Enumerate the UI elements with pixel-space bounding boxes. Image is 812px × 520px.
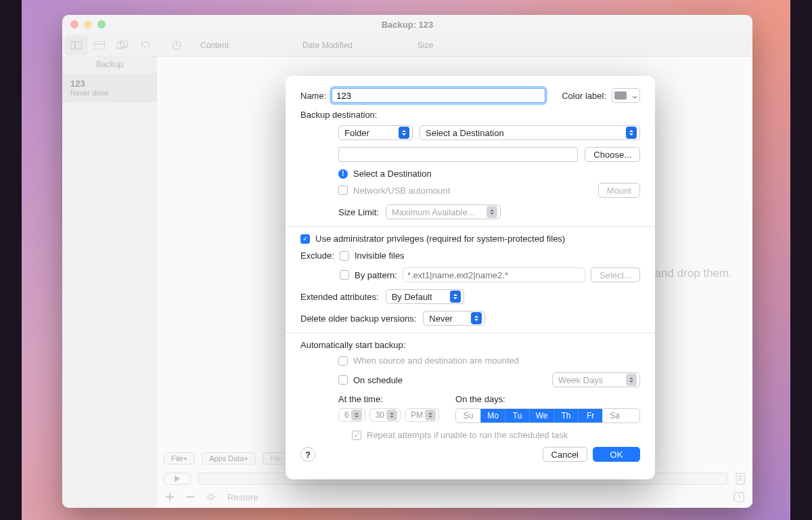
day-we[interactable]: We	[529, 409, 554, 422]
ext-attr-label: Extended attributes:	[300, 292, 379, 302]
dest-type-select[interactable]: Folder	[338, 125, 413, 140]
size-limit-select[interactable]: Maximum Available...	[386, 204, 501, 219]
chevron-updown-icon	[450, 290, 461, 303]
dest-type-value: Folder	[344, 128, 369, 138]
when-mounted-checkbox[interactable]	[338, 356, 348, 366]
chevron-updown-icon	[626, 374, 637, 386]
size-limit-label: Size Limit:	[338, 207, 379, 217]
choose-button[interactable]: Choose...	[585, 147, 640, 162]
at-time-label: At the time:	[338, 394, 439, 404]
edit-backup-dialog: Name: Color label: Backup destination: F…	[286, 76, 655, 479]
dest-warning-label: Select a Destination	[353, 169, 432, 179]
color-label-select[interactable]	[612, 88, 640, 103]
admin-priv-label: Use administrator privileges (required f…	[315, 234, 565, 244]
day-mo[interactable]: Mo	[480, 409, 505, 422]
time-min-stepper[interactable]: 30	[369, 408, 401, 422]
time-hour-stepper[interactable]: 6	[338, 408, 365, 422]
auto-section-label: Automatically start backup:	[300, 340, 640, 350]
dest-section-label: Backup destination:	[300, 110, 640, 120]
exclude-label: Exclude:	[300, 251, 334, 261]
delete-older-value: Never	[429, 313, 453, 324]
delete-older-select[interactable]: Never	[423, 311, 485, 326]
name-input[interactable]	[332, 88, 545, 103]
repeat-label: Repeat attempts if unable to run the sch…	[367, 430, 568, 440]
on-schedule-checkbox[interactable]	[338, 375, 348, 385]
mount-button[interactable]: Mount	[598, 183, 640, 198]
ok-button[interactable]: OK	[593, 447, 640, 462]
pattern-select-button[interactable]: Select...	[591, 267, 640, 282]
pattern-input[interactable]	[403, 267, 585, 282]
color-swatch-icon	[614, 91, 627, 100]
exclude-invisible-checkbox[interactable]	[340, 251, 349, 261]
on-days-label: On the days:	[455, 394, 640, 404]
day-th[interactable]: Th	[554, 409, 578, 422]
on-schedule-label: On schedule	[353, 375, 403, 385]
dest-select-value: Select a Destination	[426, 128, 504, 138]
size-limit-value: Maximum Available...	[392, 207, 475, 217]
chevron-updown-icon	[487, 206, 497, 218]
cancel-button[interactable]: Cancel	[543, 447, 587, 462]
schedule-mode-value: Week Days	[558, 375, 603, 385]
help-button[interactable]: ?	[300, 447, 315, 462]
color-label-label: Color label:	[562, 91, 606, 101]
chevron-updown-icon	[471, 312, 482, 324]
info-icon: !	[338, 169, 348, 179]
automount-checkbox[interactable]	[338, 186, 348, 195]
schedule-mode-select[interactable]: Week Days	[552, 372, 640, 387]
day-tu[interactable]: Tu	[505, 409, 529, 422]
by-pattern-label: By pattern:	[355, 270, 397, 280]
delete-older-label: Delete older backup versions:	[300, 313, 416, 324]
chevron-updown-icon	[399, 127, 409, 139]
time-ampm-stepper[interactable]: PM	[405, 408, 439, 422]
name-label: Name:	[300, 91, 326, 101]
dest-select[interactable]: Select a Destination	[420, 125, 640, 140]
exclude-pattern-checkbox[interactable]	[340, 270, 349, 280]
automount-label: Network/USB automount	[353, 186, 450, 196]
day-sa[interactable]: Sa	[602, 409, 627, 422]
admin-priv-checkbox[interactable]: ✓	[300, 234, 310, 244]
chevron-updown-icon	[626, 127, 637, 139]
day-su[interactable]: Su	[456, 409, 480, 422]
day-fr[interactable]: Fr	[578, 409, 602, 422]
ext-attr-select[interactable]: By Default	[386, 289, 464, 304]
when-mounted-label: When source and destination are mounted	[353, 355, 519, 366]
day-picker[interactable]: SuMoTuWeThFrSa	[455, 408, 640, 423]
dest-path-input[interactable]	[338, 147, 578, 162]
app-window: Backup: 123 Content Date Modified Size	[62, 15, 752, 508]
ext-attr-value: By Default	[392, 292, 432, 302]
exclude-invisible-label: Invisible files	[355, 251, 405, 261]
repeat-checkbox[interactable]: ✓	[352, 431, 361, 440]
